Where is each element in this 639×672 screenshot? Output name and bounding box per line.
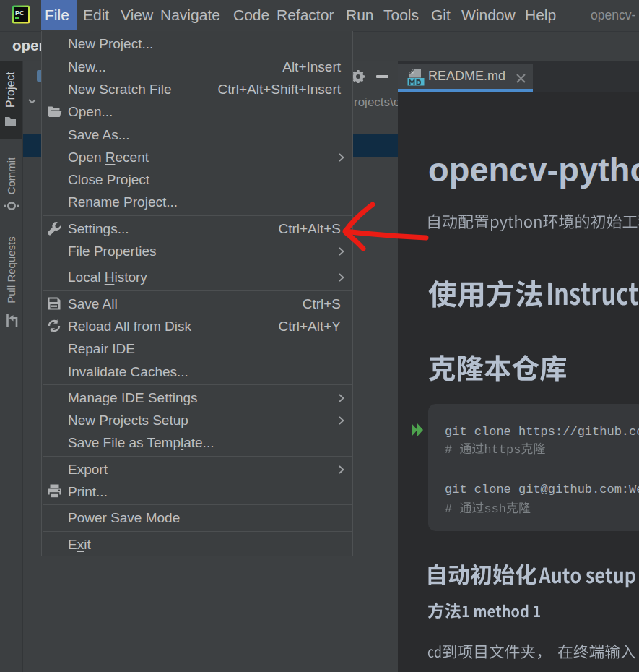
svg-text:PC: PC <box>15 9 25 17</box>
